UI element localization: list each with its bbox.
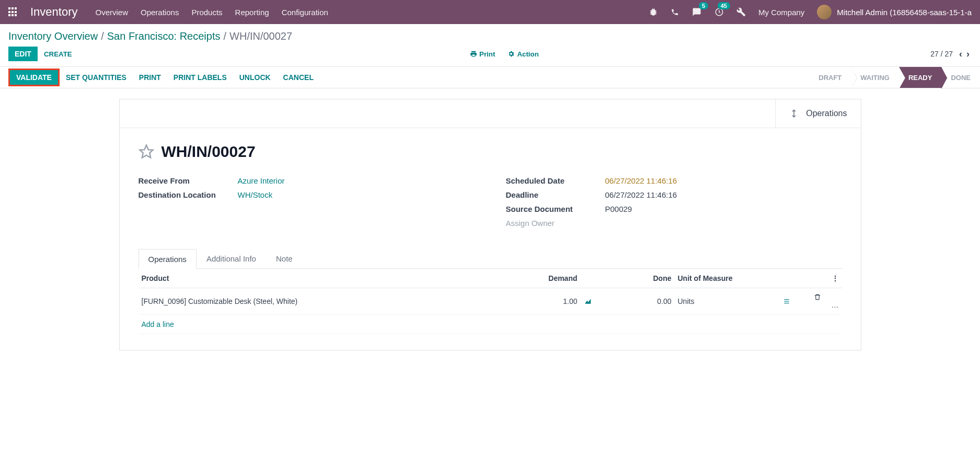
- create-button[interactable]: CREATE: [38, 47, 78, 61]
- delete-icon[interactable]: [814, 293, 839, 301]
- unlock-button[interactable]: UNLOCK: [239, 73, 271, 82]
- print-status-button[interactable]: PRINT: [139, 73, 161, 82]
- breadcrumb-overview[interactable]: Inventory Overview: [8, 30, 98, 42]
- th-done[interactable]: Done: [602, 269, 675, 288]
- stage-draft[interactable]: DRAFT: [809, 67, 851, 88]
- deadline-label: Deadline: [506, 190, 605, 199]
- record-title: WH/IN/00027: [162, 143, 256, 161]
- cell-product: [FURN_0096] Customizable Desk (Steel, Wh…: [139, 288, 508, 315]
- tab-operations[interactable]: Operations: [139, 249, 197, 269]
- tools-icon[interactable]: [736, 7, 746, 17]
- nav-products[interactable]: Products: [191, 8, 222, 17]
- favorite-star-icon[interactable]: [139, 144, 154, 160]
- edit-button[interactable]: EDIT: [8, 47, 38, 61]
- add-line[interactable]: Add a line: [139, 315, 842, 334]
- stage-ready[interactable]: READY: [899, 67, 942, 88]
- phone-icon[interactable]: [671, 8, 679, 16]
- status-bar: VALIDATE SET QUANTITIES PRINT PRINT LABE…: [0, 66, 980, 88]
- column-options-icon[interactable]: ⋮: [832, 274, 839, 282]
- th-product[interactable]: Product: [139, 269, 508, 288]
- chat-icon[interactable]: 5: [691, 7, 702, 17]
- avatar: [817, 5, 832, 19]
- th-demand[interactable]: Demand: [508, 269, 581, 288]
- control-bar: EDIT CREATE Print Action 27 / 27 ‹ ›: [0, 44, 980, 66]
- tab-additional-info[interactable]: Additional Info: [197, 248, 266, 268]
- stage-waiting[interactable]: WAITING: [851, 67, 899, 88]
- validate-button[interactable]: VALIDATE: [8, 69, 60, 86]
- cancel-button[interactable]: CANCEL: [283, 73, 314, 82]
- print-labels-button[interactable]: PRINT LABELS: [174, 73, 227, 82]
- gear-icon: [508, 50, 515, 58]
- user-name: Mitchell Admin (16856458-saas-15-1-a: [837, 8, 972, 17]
- nav-overview[interactable]: Overview: [96, 8, 129, 17]
- breadcrumb-receipts[interactable]: San Francisco: Receipts: [107, 30, 221, 42]
- pager-next[interactable]: ›: [964, 49, 972, 60]
- chat-badge: 5: [699, 2, 708, 9]
- destination-value[interactable]: WH/Stock: [238, 190, 273, 199]
- transfer-icon: [789, 108, 799, 119]
- scheduled-date-label: Scheduled Date: [506, 176, 605, 185]
- action-button[interactable]: Action: [501, 47, 545, 61]
- receive-from-value[interactable]: Azure Interior: [238, 176, 285, 185]
- top-nav: Inventory Overview Operations Products R…: [0, 0, 980, 24]
- print-button[interactable]: Print: [464, 47, 501, 61]
- receive-from-label: Receive From: [139, 176, 238, 185]
- nav-configuration[interactable]: Configuration: [282, 8, 328, 17]
- print-icon: [470, 50, 477, 58]
- activity-badge: 45: [718, 2, 730, 9]
- deadline-value: 06/27/2022 11:46:16: [605, 190, 677, 199]
- th-uom[interactable]: Unit of Measure: [675, 269, 779, 288]
- cell-uom: Units: [675, 288, 779, 315]
- breadcrumb: Inventory Overview / San Francisco: Rece…: [0, 24, 980, 44]
- status-flow: DRAFT WAITING READY DONE: [809, 67, 980, 88]
- nav-operations[interactable]: Operations: [141, 8, 179, 17]
- user-menu[interactable]: Mitchell Admin (16856458-saas-15-1-a: [817, 5, 972, 19]
- operations-stat-button[interactable]: Operations: [775, 99, 860, 128]
- svg-marker-1: [140, 145, 153, 158]
- scheduled-date-value: 06/27/2022 11:46:16: [605, 176, 677, 185]
- apps-icon[interactable]: [8, 7, 18, 17]
- destination-label: Destination Location: [139, 190, 238, 199]
- app-brand[interactable]: Inventory: [30, 5, 78, 19]
- nav-reporting[interactable]: Reporting: [235, 8, 269, 17]
- operations-table: Product Demand Done Unit of Measure ⋮ [F…: [139, 269, 842, 334]
- cell-done: 0.00: [602, 288, 675, 315]
- detail-icon[interactable]: [782, 298, 808, 305]
- cell-demand: 1.00: [508, 288, 581, 315]
- record-sheet: Operations WH/IN/00027 Receive From Azur…: [119, 99, 861, 350]
- pager-prev[interactable]: ‹: [957, 49, 964, 60]
- set-quantities-button[interactable]: SET QUANTITIES: [66, 73, 126, 82]
- breadcrumb-current: WH/IN/00027: [229, 30, 292, 42]
- company-selector[interactable]: My Company: [758, 8, 804, 17]
- tabs: Operations Additional Info Note: [139, 248, 842, 269]
- tab-note[interactable]: Note: [266, 248, 303, 268]
- table-row[interactable]: [FURN_0096] Customizable Desk (Steel, Wh…: [139, 288, 842, 315]
- source-doc-value: P00029: [605, 205, 632, 213]
- source-doc-label: Source Document: [506, 205, 605, 213]
- assign-owner[interactable]: Assign Owner: [506, 219, 555, 228]
- bug-icon[interactable]: [649, 7, 658, 17]
- activity-icon[interactable]: 45: [714, 7, 724, 17]
- pager-text[interactable]: 27 / 27: [930, 50, 953, 58]
- forecast-icon[interactable]: [584, 298, 598, 305]
